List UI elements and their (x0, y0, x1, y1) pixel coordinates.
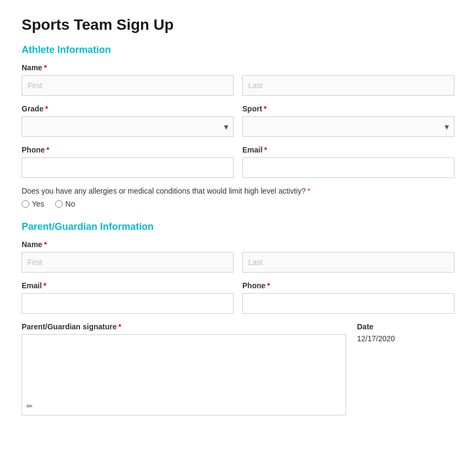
guardian-name-required: * (44, 240, 47, 249)
allergy-yes-text: Yes (32, 200, 44, 208)
grade-label: Grade* (22, 104, 234, 113)
date-label: Date (357, 322, 454, 331)
guardian-section: Parent/Guardian Information Name* Name E… (22, 221, 454, 415)
guardian-email-group: Email* (22, 281, 234, 314)
allergy-no-radio[interactable] (55, 200, 63, 208)
signature-canvas[interactable]: ✏ (22, 334, 346, 415)
allergy-radio-group: Yes No (22, 200, 454, 208)
guardian-first-name-input[interactable] (22, 252, 234, 273)
sport-group: Sport* Basketball Football Soccer Baseba… (242, 104, 454, 137)
grade-group: Grade* 6th 7th 8th 9th 10th 11th 12th (22, 104, 234, 137)
athlete-last-name-group: Name (242, 63, 454, 96)
sport-required: * (264, 104, 267, 113)
guardian-phone-input[interactable] (242, 293, 454, 314)
allergy-no-label[interactable]: No (55, 200, 75, 208)
athlete-phone-input[interactable] (22, 157, 234, 178)
athlete-email-input[interactable] (242, 157, 454, 178)
signature-required: * (118, 322, 121, 331)
grade-sport-row: Grade* 6th 7th 8th 9th 10th 11th 12th Sp… (22, 104, 454, 137)
guardian-email-required: * (43, 281, 46, 290)
email-required: * (264, 145, 267, 154)
sport-select-wrapper: Basketball Football Soccer Baseball Swim… (242, 116, 454, 137)
phone-required: * (47, 145, 49, 154)
guardian-email-input[interactable] (22, 293, 234, 314)
guardian-email-label: Email* (22, 281, 234, 290)
allergy-no-text: No (65, 200, 75, 208)
athlete-section-title: Athlete Information (22, 44, 454, 56)
signature-label: Parent/Guardian signature* (22, 322, 346, 331)
athlete-section: Athlete Information Name* Name Grade* 6t… (22, 44, 454, 208)
athlete-last-name-input[interactable] (242, 75, 454, 96)
allergy-yes-radio[interactable] (22, 200, 29, 208)
guardian-last-name-input[interactable] (242, 252, 454, 273)
signature-group: Parent/Guardian signature* ✏ (22, 322, 346, 415)
guardian-phone-required: * (267, 281, 270, 290)
guardian-last-name-group: Name (242, 240, 454, 273)
guardian-first-name-group: Name* (22, 240, 234, 273)
sport-label: Sport* (242, 104, 454, 113)
athlete-email-label: Email* (242, 145, 454, 154)
athlete-phone-group: Phone* (22, 145, 234, 178)
name-required: * (44, 63, 47, 72)
date-value: 12/17/2020 (357, 334, 454, 343)
signature-date-row: Parent/Guardian signature* ✏ Date 12/17/… (22, 322, 454, 415)
athlete-phone-label: Phone* (22, 145, 234, 154)
pencil-icon: ✏ (27, 402, 33, 410)
athlete-first-name-group: Name* (22, 63, 234, 96)
athlete-first-name-input[interactable] (22, 75, 234, 96)
allergy-section: Does you have any allergies or medical c… (22, 187, 454, 208)
phone-email-row: Phone* Email* (22, 145, 454, 178)
guardian-phone-label: Phone* (242, 281, 454, 290)
grade-select-wrapper: 6th 7th 8th 9th 10th 11th 12th (22, 116, 234, 137)
guardian-section-title: Parent/Guardian Information (22, 221, 454, 233)
guardian-name-label: Name* (22, 240, 234, 249)
allergy-question: Does you have any allergies or medical c… (22, 187, 454, 195)
grade-required: * (45, 104, 48, 113)
guardian-email-phone-row: Email* Phone* (22, 281, 454, 314)
athlete-email-group: Email* (242, 145, 454, 178)
guardian-phone-group: Phone* (242, 281, 454, 314)
grade-select[interactable]: 6th 7th 8th 9th 10th 11th 12th (22, 116, 234, 137)
date-group: Date 12/17/2020 (357, 322, 454, 343)
allergy-yes-label[interactable]: Yes (22, 200, 44, 208)
athlete-name-label: Name* (22, 63, 234, 72)
allergy-required: * (307, 187, 310, 195)
page-title: Sports Team Sign Up (22, 16, 454, 34)
athlete-name-row: Name* Name (22, 63, 454, 96)
guardian-name-row: Name* Name (22, 240, 454, 273)
sport-select[interactable]: Basketball Football Soccer Baseball Swim… (242, 116, 454, 137)
